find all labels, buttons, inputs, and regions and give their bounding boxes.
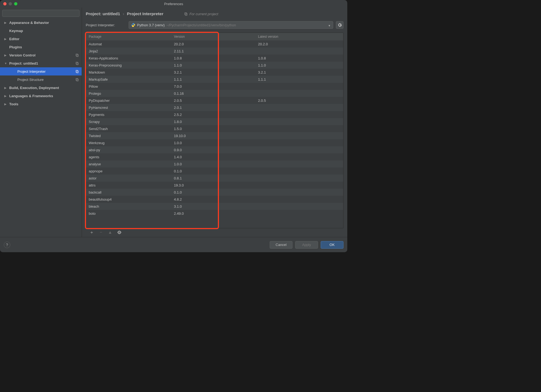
remove-package-button[interactable]: − — [99, 230, 103, 235]
cell-version: 0.1.0 — [171, 167, 255, 175]
chevron-right-icon: ▶ — [4, 103, 8, 106]
chevron-right-icon: ▶ — [4, 54, 8, 57]
svg-rect-10 — [185, 13, 187, 15]
chevron-down-icon: ▼ — [328, 24, 331, 27]
table-row[interactable]: bleach3.1.0 — [86, 203, 343, 210]
table-row[interactable]: MarkupSafe1.1.11.1.1 — [86, 76, 343, 83]
table-row[interactable]: Scrapy1.8.0 — [86, 118, 343, 125]
cell-latest — [255, 104, 343, 111]
table-row[interactable]: Jinja22.11.1 — [86, 48, 343, 55]
sidebar-item-plugins[interactable]: Plugins — [0, 43, 82, 51]
sidebar-item-tools[interactable]: ▶Tools — [0, 100, 82, 108]
table-row[interactable]: PyDispatcher2.0.52.0.5 — [86, 97, 343, 104]
breadcrumb-child: Project Interpreter — [127, 11, 163, 16]
table-row[interactable]: boto2.49.0 — [86, 210, 343, 217]
add-package-button[interactable]: ＋ — [90, 230, 94, 235]
cell-latest: 20.2.0 — [255, 40, 343, 48]
sidebar-item-keymap[interactable]: Keymap — [0, 27, 82, 35]
cell-latest — [255, 125, 343, 132]
sidebar-item-project-structure[interactable]: Project Structure — [0, 75, 82, 84]
cell-version: 1.0.0 — [171, 160, 255, 167]
help-button[interactable]: ? — [4, 242, 10, 248]
table-row[interactable]: PyHamcrest2.0.1 — [86, 104, 343, 111]
show-early-releases-button[interactable] — [117, 230, 122, 234]
cell-latest — [255, 153, 343, 160]
svg-rect-5 — [77, 63, 78, 65]
table-row[interactable]: attrs19.3.0 — [86, 182, 343, 189]
cell-version: 1.5.0 — [171, 125, 255, 132]
upgrade-package-button[interactable]: ▲ — [108, 230, 112, 235]
cell-latest — [255, 167, 343, 175]
table-row[interactable]: Twisted19.10.0 — [86, 132, 343, 139]
table-row[interactable]: Werkzeug1.0.0 — [86, 139, 343, 146]
sidebar-item-label: Plugins — [9, 45, 22, 49]
cell-version: 1.4.0 — [171, 153, 255, 160]
cell-version: 2.49.0 — [171, 210, 255, 217]
cell-latest — [255, 146, 343, 153]
cell-package: boto — [86, 210, 171, 217]
minimize-window-button[interactable] — [9, 2, 12, 5]
cell-latest — [255, 90, 343, 97]
table-row[interactable]: absl-py0.9.0 — [86, 146, 343, 153]
cell-version: 0.9.0 — [171, 146, 255, 153]
chevron-right-icon: ▶ — [4, 94, 8, 97]
cell-latest — [255, 196, 343, 203]
table-row[interactable]: astor0.8.1 — [86, 175, 343, 182]
apply-button[interactable]: Apply — [295, 241, 318, 249]
close-window-button[interactable] — [3, 2, 7, 5]
window-title: Preferences — [0, 2, 347, 6]
sidebar-item-appearance-behavior[interactable]: ▶Appearance & Behavior — [0, 18, 82, 27]
breadcrumb-parent[interactable]: Project: untitled1 — [86, 11, 120, 16]
maximize-window-button[interactable] — [14, 2, 17, 5]
cell-latest — [255, 203, 343, 210]
sidebar-item-label: Keymap — [9, 29, 23, 33]
cell-package: absl-py — [86, 146, 171, 153]
cancel-button[interactable]: Cancel — [270, 241, 292, 249]
table-header: Package Version Latest version — [86, 33, 343, 40]
sidebar-item-project-interpreter[interactable]: Project Interpreter — [0, 67, 82, 75]
search-input[interactable] — [2, 10, 79, 17]
cell-version: 0.8.1 — [171, 175, 255, 182]
chevron-right-icon: ▶ — [4, 86, 8, 89]
cell-package: bleach — [86, 203, 171, 210]
table-row[interactable]: appnope0.1.0 — [86, 167, 343, 175]
packages-toolbar: ＋ − ▲ — [86, 228, 343, 235]
cell-package: Markdown — [86, 69, 171, 76]
chevron-right-icon: ▶ — [4, 37, 8, 40]
col-header-latest[interactable]: Latest version — [255, 33, 343, 40]
interpreter-settings-button[interactable] — [336, 21, 343, 29]
svg-rect-9 — [77, 79, 78, 81]
cell-latest — [255, 111, 343, 118]
python-icon — [131, 23, 135, 27]
sidebar-item-languages-frameworks[interactable]: ▶Languages & Frameworks — [0, 92, 82, 100]
col-header-package[interactable]: Package — [86, 33, 171, 40]
interpreter-select[interactable]: Python 3.7 (venv) ~/PycharmProjects/unti… — [129, 21, 333, 29]
table-row[interactable]: Keras-Preprocessing1.1.01.1.0 — [86, 62, 343, 69]
ok-button[interactable]: OK — [321, 241, 343, 249]
main-panel: Project: untitled1 › Project Interpreter… — [82, 8, 347, 237]
table-row[interactable]: Markdown3.2.13.2.1 — [86, 69, 343, 76]
cell-package: Pygments — [86, 111, 171, 118]
cell-latest — [255, 189, 343, 196]
cell-package: astor — [86, 175, 171, 182]
table-row[interactable]: agents1.4.0 — [86, 153, 343, 160]
table-row[interactable]: Keras-Applications1.0.81.0.8 — [86, 55, 343, 62]
table-row[interactable]: Pygments2.5.2 — [86, 111, 343, 118]
sidebar-item-editor[interactable]: ▶Editor — [0, 35, 82, 43]
table-row[interactable]: backcall0.1.0 — [86, 189, 343, 196]
sidebar-item-version-control[interactable]: ▶Version Control — [0, 51, 82, 59]
sidebar-item-project-untitled1[interactable]: ▼Project: untitled1 — [0, 59, 82, 67]
sidebar-item-build-execution-deployment[interactable]: ▶Build, Execution, Deployment — [0, 84, 82, 92]
cell-latest: 1.1.0 — [255, 62, 343, 69]
table-row[interactable]: analyse1.0.0 — [86, 160, 343, 167]
sidebar-item-label: Version Control — [9, 53, 36, 57]
table-row[interactable]: beautifulsoup44.8.2 — [86, 196, 343, 203]
table-row[interactable]: Automat20.2.020.2.0 — [86, 40, 343, 48]
cell-version: 1.1.0 — [171, 62, 255, 69]
table-row[interactable]: Send2Trash1.5.0 — [86, 125, 343, 132]
table-row[interactable]: Pillow7.0.0 — [86, 83, 343, 90]
col-header-version[interactable]: Version — [171, 33, 255, 40]
cell-package: Send2Trash — [86, 125, 171, 132]
table-row[interactable]: Protego0.1.16 — [86, 90, 343, 97]
cell-package: Twisted — [86, 132, 171, 139]
